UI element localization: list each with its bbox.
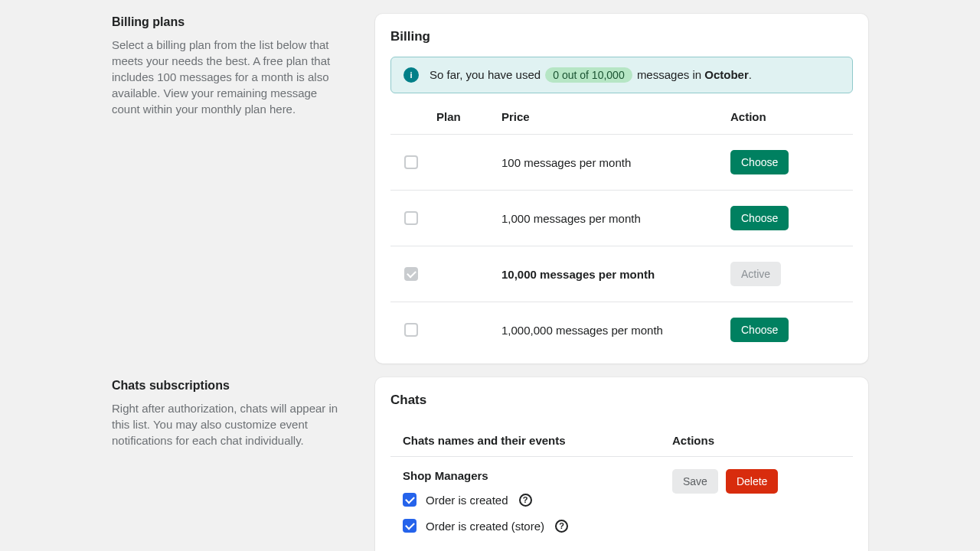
choose-button[interactable]: Choose <box>730 150 789 174</box>
billing-section: Billing plans Select a billing plan from… <box>0 14 980 364</box>
choose-button[interactable]: Choose <box>730 206 789 230</box>
plan-price: 10,000 messages per month <box>501 268 730 281</box>
plans-header-plan: Plan <box>436 110 501 123</box>
info-icon: i <box>403 67 419 83</box>
plan-checkbox[interactable] <box>404 267 418 281</box>
plans-header-action: Action <box>730 110 853 123</box>
chats-left-column: Chats subscriptions Right after authoriz… <box>112 377 345 551</box>
chats-header-row: Chats names and their events Actions <box>390 425 853 457</box>
chat-name: Shop Managers <box>403 469 672 482</box>
chats-card-title: Chats <box>390 393 853 408</box>
plans-header-row: Plan Price Action <box>390 99 853 135</box>
banner-prefix: So far, you have used <box>430 68 541 81</box>
plan-row: 10,000 messages per month Active <box>390 246 853 302</box>
billing-left-description: Select a billing plan from the list belo… <box>112 37 345 117</box>
billing-left-column: Billing plans Select a billing plan from… <box>112 14 345 364</box>
billing-left-heading: Billing plans <box>112 15 345 29</box>
plan-row: 1,000 messages per month Choose <box>390 191 853 246</box>
chats-section: Chats subscriptions Right after authoriz… <box>0 377 980 551</box>
chats-card: Chats Chats names and their events Actio… <box>375 377 868 551</box>
plan-row: 1,000,000 messages per month Choose <box>390 302 853 348</box>
banner-suffix: . <box>749 68 752 81</box>
event-label: Order is created (store) <box>426 520 544 533</box>
plans-table: Plan Price Action 100 messages per month… <box>390 99 853 348</box>
chats-left-description: Right after authorization, chats will ap… <box>112 400 345 448</box>
chats-header-actions: Actions <box>672 434 841 447</box>
plan-price: 100 messages per month <box>501 156 730 169</box>
usage-banner: i So far, you have used 0 out of 10,000 … <box>390 57 853 93</box>
chat-event-item: Order is created ? <box>403 493 672 507</box>
event-label: Order is created <box>426 494 508 507</box>
plan-checkbox[interactable] <box>404 155 418 169</box>
save-button[interactable]: Save <box>672 469 718 494</box>
chat-row: Shop Managers Order is created ? Order i… <box>390 457 853 545</box>
chat-event-item: Order is created (store) ? <box>403 519 672 533</box>
help-icon[interactable]: ? <box>555 520 568 533</box>
event-checkbox[interactable] <box>403 493 416 507</box>
choose-button[interactable]: Choose <box>730 318 789 342</box>
billing-card: Billing i So far, you have used 0 out of… <box>375 14 868 364</box>
plan-price: 1,000 messages per month <box>501 212 730 225</box>
plan-row: 100 messages per month Choose <box>390 135 853 191</box>
plan-checkbox[interactable] <box>404 211 418 225</box>
active-button: Active <box>730 262 781 286</box>
banner-month: October <box>704 68 749 81</box>
billing-card-title: Billing <box>390 29 853 44</box>
plans-header-price: Price <box>501 110 730 123</box>
chats-left-heading: Chats subscriptions <box>112 379 345 393</box>
chats-header-name: Chats names and their events <box>403 434 672 447</box>
delete-button[interactable]: Delete <box>726 469 778 494</box>
help-icon[interactable]: ? <box>519 494 532 507</box>
usage-pill: 0 out of 10,000 <box>545 67 632 83</box>
plan-price: 1,000,000 messages per month <box>501 324 730 337</box>
event-checkbox[interactable] <box>403 519 416 533</box>
banner-middle: messages in <box>637 68 701 81</box>
plan-checkbox[interactable] <box>404 323 418 337</box>
usage-banner-text: So far, you have used 0 out of 10,000 me… <box>430 67 752 83</box>
